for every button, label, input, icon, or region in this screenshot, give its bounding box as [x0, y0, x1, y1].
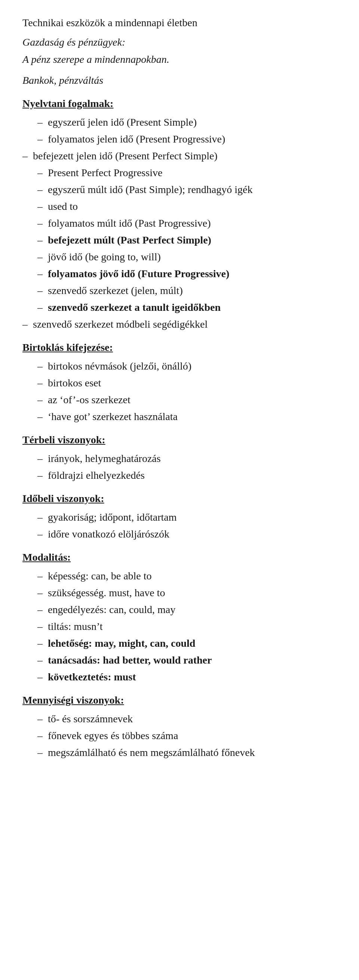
- list-item-m2: – szükségesség. must, have to: [22, 585, 337, 601]
- list-item-mn1: – tő- és sorszámnevek: [22, 711, 337, 727]
- list-item-mn2: – főnevek egyes és többes száma: [22, 728, 337, 744]
- list-item-12: – szenvedő szerkezet a tanult igeidőkben: [22, 300, 337, 315]
- list-item-1: – egyszerű jelen idő (Present Simple): [22, 115, 337, 130]
- section-heading-birtoklas: Birtoklás kifejezése:: [22, 340, 337, 355]
- list-item-8: – befejezett múlt (Past Perfect Simple): [22, 232, 337, 248]
- list-item-10: – folyamatos jövő idő (Future Progressiv…: [22, 266, 337, 282]
- list-item-t2: – földrajzi elhelyezkedés: [22, 468, 337, 483]
- list-item-7: – folyamatos múlt idő (Past Progressive): [22, 215, 337, 231]
- subtitle2: A pénz szerepe a mindennapokban.: [22, 52, 337, 67]
- list-item-mn3: – megszámlálható és nem megszámlálható f…: [22, 745, 337, 760]
- section-heading-modalitas: Modalitás:: [22, 549, 337, 565]
- section-modalitas: Modalitás: – képesség: can, be able to –…: [22, 549, 337, 685]
- list-item-t1: – irányok, helymeghatározás: [22, 451, 337, 466]
- list-item-3: – befejezett jelen idő (Present Perfect …: [22, 148, 337, 164]
- list-item-b2: – birtokos eset: [22, 375, 337, 391]
- list-item-b1: – birtokos névmások (jelzői, önálló): [22, 358, 337, 374]
- list-item-m3: – engedélyezés: can, could, may: [22, 602, 337, 617]
- list-item-m4: – tiltás: musn’t: [22, 619, 337, 635]
- subtitle3: Bankok, pénzváltás: [22, 73, 337, 88]
- list-item-11: – szenvedő szerkezet (jelen, múlt): [22, 283, 337, 299]
- section-heading-nyelvtani: Nyelvtani fogalmak:: [22, 96, 337, 111]
- list-item-4: – Present Perfect Progressive: [22, 165, 337, 181]
- section-nyelvtani: Nyelvtani fogalmak: – egyszerű jelen idő…: [22, 96, 337, 332]
- section-heading-mennyisegi: Mennyiségi viszonyok:: [22, 692, 337, 708]
- list-item-6: – used to: [22, 199, 337, 214]
- list-item-m7: – következtetés: must: [22, 669, 337, 685]
- list-item-m1: – képesség: can, be able to: [22, 568, 337, 584]
- subtitle1: Gazdaság és pénzügyek:: [22, 34, 337, 50]
- list-item-m5: – lehetőség: may, might, can, could: [22, 635, 337, 651]
- page-container: Technikai eszközök a mindennapi életben …: [22, 15, 337, 760]
- list-item-m6: – tanácsadás: had better, would rather: [22, 652, 337, 668]
- list-item-b3: – az ‘of’-os szerkezet: [22, 392, 337, 408]
- section-mennyisegi: Mennyiségi viszonyok: – tő- és sorszámne…: [22, 692, 337, 760]
- page-title: Technikai eszközök a mindennapi életben: [22, 15, 337, 31]
- list-item-9: – jövő idő (be going to, will): [22, 249, 337, 265]
- section-birtoklas: Birtoklás kifejezése: – birtokos névmáso…: [22, 340, 337, 425]
- list-item-2: – folyamatos jelen idő (Present Progress…: [22, 131, 337, 147]
- section-idobeli: Időbeli viszonyok: – gyakoriság; időpont…: [22, 491, 337, 542]
- list-item-b4: – ‘have got’ szerkezet használata: [22, 409, 337, 425]
- section-terbeli: Térbeli viszonyok: – irányok, helymeghat…: [22, 432, 337, 483]
- section-heading-terbeli: Térbeli viszonyok:: [22, 432, 337, 448]
- subtitle-block: Gazdaság és pénzügyek: A pénz szerepe a …: [22, 34, 337, 88]
- list-item-i2: – időre vonatkozó elöljárószók: [22, 526, 337, 542]
- list-item-i1: – gyakoriság; időpont, időtartam: [22, 509, 337, 525]
- list-item-5: – egyszerű múlt idő (Past Simple); rendh…: [22, 182, 337, 197]
- list-item-13: – szenvedő szerkezet módbeli segédigékke…: [22, 317, 337, 332]
- section-heading-idobeli: Időbeli viszonyok:: [22, 491, 337, 506]
